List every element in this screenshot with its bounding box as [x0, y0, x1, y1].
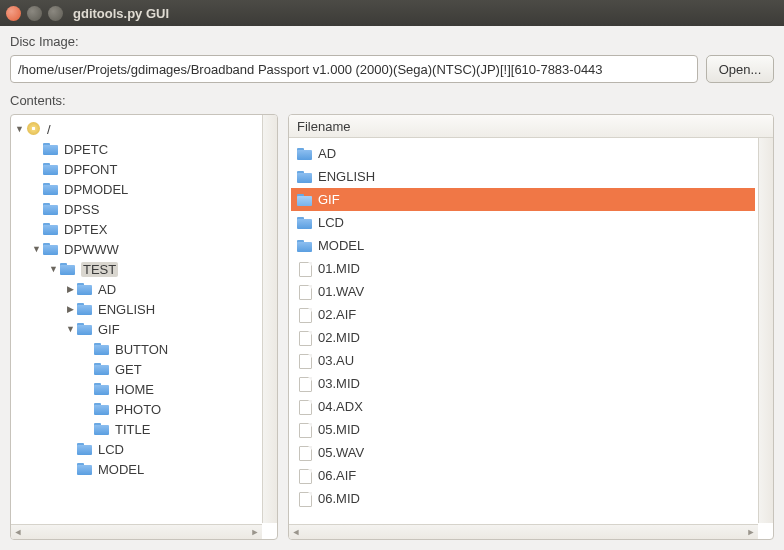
folder-icon	[43, 182, 59, 196]
tree-node-label: DPWWW	[64, 242, 119, 257]
file-icon	[297, 400, 313, 414]
scroll-left-icon[interactable]: ◄	[289, 525, 303, 539]
tree-node-label: AD	[98, 282, 116, 297]
folder-icon	[77, 282, 93, 296]
folder-icon	[297, 193, 313, 207]
file-row[interactable]: 02.AIF	[291, 303, 755, 326]
folder-icon	[77, 462, 93, 476]
filelist-column-filename: Filename	[297, 119, 350, 134]
folder-icon	[94, 402, 110, 416]
filelist-header[interactable]: Filename	[289, 115, 773, 138]
folder-icon	[43, 202, 59, 216]
tree-horizontal-scrollbar[interactable]: ◄ ►	[11, 524, 262, 539]
file-icon	[297, 377, 313, 391]
file-icon	[297, 262, 313, 276]
tree-node[interactable]: DPSS	[13, 199, 259, 219]
folder-icon	[297, 147, 313, 161]
tree-node[interactable]: LCD	[13, 439, 259, 459]
expander-icon[interactable]: ▶	[64, 304, 77, 314]
scroll-right-icon[interactable]: ►	[744, 525, 758, 539]
scroll-left-icon[interactable]: ◄	[11, 525, 25, 539]
tree-node-label: DPMODEL	[64, 182, 128, 197]
file-row[interactable]: 06.MID	[291, 487, 755, 510]
maximize-icon[interactable]	[48, 6, 63, 21]
folder-icon	[94, 422, 110, 436]
tree-node-label: DPETC	[64, 142, 108, 157]
tree-node[interactable]: HOME	[13, 379, 259, 399]
file-icon	[297, 469, 313, 483]
open-button[interactable]: Open...	[706, 55, 774, 83]
disc-icon	[26, 122, 42, 136]
tree-vertical-scrollbar[interactable]	[262, 115, 277, 523]
folder-icon	[60, 262, 76, 276]
tree-root[interactable]: ▼/	[13, 119, 259, 139]
tree-node-label: LCD	[98, 442, 124, 457]
folder-icon	[77, 302, 93, 316]
expander-icon[interactable]	[30, 184, 43, 194]
file-row[interactable]: 04.ADX	[291, 395, 755, 418]
tree-node[interactable]: DPMODEL	[13, 179, 259, 199]
expander-icon[interactable]	[30, 144, 43, 154]
expander-icon[interactable]	[81, 344, 94, 354]
file-list[interactable]: ADENGLISHGIFLCDMODEL01.MID01.WAV02.AIF02…	[289, 138, 757, 523]
tree-node[interactable]: GET	[13, 359, 259, 379]
file-row[interactable]: AD	[291, 142, 755, 165]
tree-node[interactable]: ▼DPWWW	[13, 239, 259, 259]
file-row[interactable]: 01.WAV	[291, 280, 755, 303]
tree-node-label: GIF	[98, 322, 120, 337]
tree-node[interactable]: ▶AD	[13, 279, 259, 299]
file-row[interactable]: 05.MID	[291, 418, 755, 441]
tree-node-label: GET	[115, 362, 142, 377]
minimize-icon[interactable]	[27, 6, 42, 21]
expander-icon[interactable]	[30, 204, 43, 214]
file-name: LCD	[318, 215, 344, 230]
file-row[interactable]: ENGLISH	[291, 165, 755, 188]
tree-node[interactable]: TITLE	[13, 419, 259, 439]
expander-icon[interactable]	[30, 224, 43, 234]
contents-label: Contents:	[10, 93, 774, 108]
disc-image-path-input[interactable]	[10, 55, 698, 83]
folder-icon	[94, 342, 110, 356]
tree-node[interactable]: DPTEX	[13, 219, 259, 239]
tree-node[interactable]: PHOTO	[13, 399, 259, 419]
tree-node[interactable]: DPFONT	[13, 159, 259, 179]
file-name: 01.MID	[318, 261, 360, 276]
expander-icon[interactable]: ▼	[13, 124, 26, 134]
file-row[interactable]: 03.AU	[291, 349, 755, 372]
expander-icon[interactable]	[64, 444, 77, 454]
close-icon[interactable]	[6, 6, 21, 21]
expander-icon[interactable]: ▶	[64, 284, 77, 294]
file-row[interactable]: LCD	[291, 211, 755, 234]
file-row[interactable]: 01.MID	[291, 257, 755, 280]
file-row[interactable]: 03.MID	[291, 372, 755, 395]
file-name: MODEL	[318, 238, 364, 253]
tree-node[interactable]: MODEL	[13, 459, 259, 479]
file-name: 05.MID	[318, 422, 360, 437]
expander-icon[interactable]: ▼	[47, 264, 60, 274]
folder-icon	[297, 216, 313, 230]
expander-icon[interactable]	[64, 464, 77, 474]
tree-node[interactable]: ▼TEST	[13, 259, 259, 279]
file-name: GIF	[318, 192, 340, 207]
folder-tree[interactable]: ▼/ DPETC DPFONT DPMODEL DPSS DPTEX▼DPWWW…	[11, 115, 261, 523]
expander-icon[interactable]	[81, 364, 94, 374]
expander-icon[interactable]	[81, 404, 94, 414]
expander-icon[interactable]: ▼	[30, 244, 43, 254]
expander-icon[interactable]: ▼	[64, 324, 77, 334]
expander-icon[interactable]	[81, 424, 94, 434]
expander-icon[interactable]	[30, 164, 43, 174]
filelist-vertical-scrollbar[interactable]	[758, 138, 773, 523]
scroll-right-icon[interactable]: ►	[248, 525, 262, 539]
expander-icon[interactable]	[81, 384, 94, 394]
tree-node[interactable]: ▶ENGLISH	[13, 299, 259, 319]
file-row[interactable]: 05.WAV	[291, 441, 755, 464]
filelist-horizontal-scrollbar[interactable]: ◄ ►	[289, 524, 758, 539]
tree-node[interactable]: ▼GIF	[13, 319, 259, 339]
file-row[interactable]: 06.AIF	[291, 464, 755, 487]
tree-node[interactable]: BUTTON	[13, 339, 259, 359]
file-row[interactable]: MODEL	[291, 234, 755, 257]
file-row[interactable]: GIF	[291, 188, 755, 211]
file-name: 06.MID	[318, 491, 360, 506]
tree-node[interactable]: DPETC	[13, 139, 259, 159]
file-row[interactable]: 02.MID	[291, 326, 755, 349]
